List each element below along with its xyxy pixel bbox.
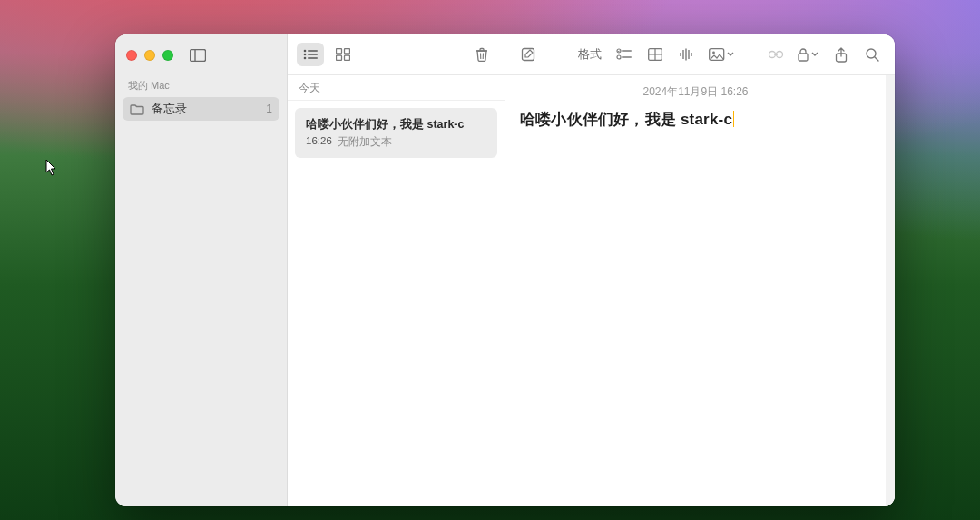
format-button[interactable]: 格式 [573,43,607,66]
sidebar-section-header: 我的 Mac [115,75,287,94]
svg-rect-18 [622,56,632,58]
editor-body[interactable]: 2024年11月9日 16:26 哈喽小伙伴们好，我是 stark-c [505,75,895,506]
svg-rect-0 [191,49,206,61]
editor-title[interactable]: 哈喽小伙伴们好，我是 stark-c [520,109,871,130]
svg-rect-8 [337,49,342,54]
search-button[interactable] [858,43,886,66]
format-label: 格式 [578,46,602,63]
svg-rect-14 [523,49,534,61]
close-button[interactable] [126,50,137,61]
svg-point-6 [304,57,307,60]
svg-rect-10 [337,55,342,61]
svg-rect-9 [345,49,350,54]
svg-rect-5 [308,54,318,55]
toggle-sidebar-icon[interactable] [186,45,210,65]
window-titlebar-left [115,34,287,75]
text-caret [733,111,734,127]
gallery-view-button[interactable] [329,43,357,66]
new-note-button[interactable] [514,43,542,66]
sidebar-folder-label: 备忘录 [152,101,187,117]
lock-button[interactable] [793,43,824,66]
notes-list-section-header: 今天 [288,75,505,101]
audio-button[interactable] [672,43,700,66]
svg-point-17 [617,55,621,59]
checklist-button[interactable] [611,43,638,66]
svg-rect-32 [799,54,808,61]
window-controls [126,50,173,61]
svg-rect-11 [345,55,350,61]
notes-list-pane: 今天 哈喽小伙伴们好，我是 stark-c 16:26 无附加文本 [288,34,505,506]
mouse-cursor [45,159,58,177]
note-item-meta: 16:26 无附加文本 [306,135,486,149]
svg-rect-3 [308,50,318,52]
delete-note-button[interactable] [468,43,495,66]
notes-app-window: 我的 Mac 备忘录 1 [115,34,895,506]
note-item-preview: 无附加文本 [338,135,392,149]
svg-point-4 [304,54,307,56]
table-button[interactable] [642,43,669,66]
media-button[interactable] [703,43,740,66]
svg-rect-16 [622,50,632,52]
svg-point-28 [712,52,715,54]
note-item-time: 16:26 [306,135,332,149]
note-item-title: 哈喽小伙伴们好，我是 stark-c [306,117,486,132]
editor-pane: 格式 [505,34,895,506]
link-icon[interactable] [762,43,789,66]
sidebar-item-notes-folder[interactable]: 备忘录 1 [122,97,279,121]
svg-line-35 [875,57,878,61]
minimize-button[interactable] [144,50,155,61]
editor-toolbar: 格式 [505,34,895,75]
sidebar-folder-count: 1 [266,103,272,115]
sidebar: 我的 Mac 备忘录 1 [115,34,288,506]
svg-rect-7 [308,57,318,59]
list-view-button[interactable] [297,43,324,66]
svg-point-2 [304,50,307,53]
editor-title-text: 哈喽小伙伴们好，我是 stark-c [520,111,732,128]
notes-list-toolbar [288,34,505,75]
share-button[interactable] [828,43,855,66]
editor-date: 2024年11月9日 16:26 [520,84,871,100]
folder-icon [130,103,144,115]
note-list-item[interactable]: 哈喽小伙伴们好，我是 stark-c 16:26 无附加文本 [295,108,497,158]
editor-scrollbar-gutter [886,75,895,506]
svg-point-34 [867,49,876,58]
zoom-button[interactable] [162,50,173,61]
